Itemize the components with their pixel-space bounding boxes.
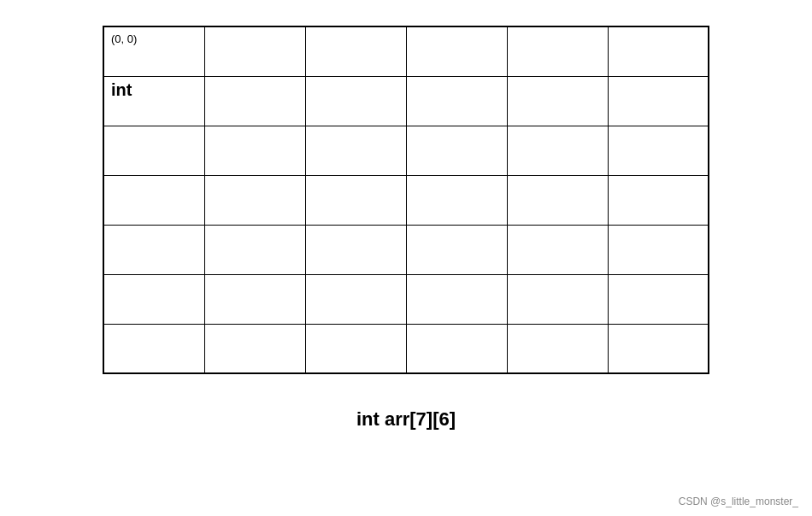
cell-4-5 xyxy=(608,225,709,274)
grid-wrapper: (0, 0) int xyxy=(103,26,709,374)
cell-1-2 xyxy=(305,76,406,126)
cell-6-3 xyxy=(406,324,507,373)
cell-1-1 xyxy=(204,76,305,126)
cell-4-1 xyxy=(204,225,305,274)
cell-6-0 xyxy=(103,324,204,373)
cell-6-4 xyxy=(507,324,608,373)
cell-5-5 xyxy=(608,274,709,324)
table-row: int xyxy=(103,76,709,126)
cell-4-3 xyxy=(406,225,507,274)
cell-5-4 xyxy=(507,274,608,324)
cell-0-0: (0, 0) xyxy=(103,26,204,76)
caption-label: int arr[7][6] xyxy=(356,408,456,430)
main-container: (0, 0) int xyxy=(0,0,812,516)
cell-5-2 xyxy=(305,274,406,324)
cell-5-1 xyxy=(204,274,305,324)
cell-1-3 xyxy=(406,76,507,126)
cell-4-4 xyxy=(507,225,608,274)
cell-1-0: int xyxy=(103,76,204,126)
cell-5-0 xyxy=(103,274,204,324)
cell-3-1 xyxy=(204,175,305,225)
cell-5-3 xyxy=(406,274,507,324)
int-label: int xyxy=(111,80,132,99)
table-row xyxy=(103,126,709,175)
cell-0-5 xyxy=(608,26,709,76)
cell-3-0 xyxy=(103,175,204,225)
table-row xyxy=(103,324,709,373)
cell-3-3 xyxy=(406,175,507,225)
cell-2-1 xyxy=(204,126,305,175)
cell-3-2 xyxy=(305,175,406,225)
coord-label: (0, 0) xyxy=(111,32,137,45)
cell-2-3 xyxy=(406,126,507,175)
cell-0-1 xyxy=(204,26,305,76)
cell-6-2 xyxy=(305,324,406,373)
cell-3-4 xyxy=(507,175,608,225)
cell-1-4 xyxy=(507,76,608,126)
cell-0-3 xyxy=(406,26,507,76)
cell-0-2 xyxy=(305,26,406,76)
caption-area: int arr[7][6] xyxy=(356,408,456,431)
table-row xyxy=(103,274,709,324)
cell-3-5 xyxy=(608,175,709,225)
cell-2-4 xyxy=(507,126,608,175)
cell-4-2 xyxy=(305,225,406,274)
cell-2-0 xyxy=(103,126,204,175)
cell-4-0 xyxy=(103,225,204,274)
cell-2-5 xyxy=(608,126,709,175)
watermark: CSDN @s_little_monster_ xyxy=(679,495,798,507)
cell-2-2 xyxy=(305,126,406,175)
table-row xyxy=(103,225,709,274)
table-row: (0, 0) xyxy=(103,26,709,76)
cell-6-5 xyxy=(608,324,709,373)
cell-0-4 xyxy=(507,26,608,76)
cell-6-1 xyxy=(204,324,305,373)
cell-1-5 xyxy=(608,76,709,126)
grid-table: (0, 0) int xyxy=(103,26,709,374)
table-row xyxy=(103,175,709,225)
